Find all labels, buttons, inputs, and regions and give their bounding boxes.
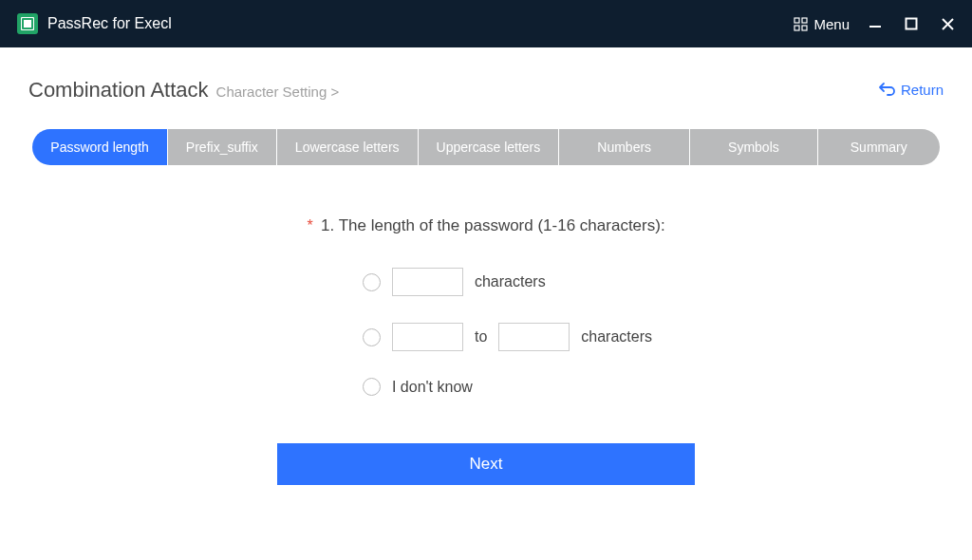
range-from-input[interactable] [392,323,463,351]
option-range-length: to characters [363,323,652,351]
tab-lowercase-letters[interactable]: Lowercase letters [277,129,418,165]
svg-rect-3 [802,26,807,30]
range-to-label: to [475,328,487,345]
svg-rect-0 [794,18,799,23]
tab-summary[interactable]: Summary [818,129,940,165]
radio-range-length[interactable] [363,328,381,346]
option-single-length: characters [363,268,546,296]
required-asterisk: * [307,217,312,233]
close-button[interactable] [941,17,955,31]
maximize-button[interactable] [905,17,918,30]
tabs-container: Password length Prefix_suffix Lowercase … [28,129,944,165]
header-row: Combination Attack Character Setting > R… [28,78,944,103]
menu-label: Menu [813,16,850,32]
return-arrow-icon [878,82,895,97]
titlebar-left: PassRec for Execl [17,13,172,34]
titlebar: PassRec for Execl Menu [0,0,972,47]
question-text: 1. The length of the password (1-16 char… [321,216,665,234]
option-dont-know: I don't know [363,378,473,396]
radio-single-length[interactable] [363,273,381,291]
next-button-container: Next [28,443,944,485]
svg-rect-5 [907,19,917,29]
single-length-input[interactable] [392,268,463,296]
app-title: PassRec for Execl [47,15,172,32]
tab-prefix-suffix[interactable]: Prefix_suffix [168,129,276,165]
minimize-button[interactable] [869,17,882,30]
tab-symbols[interactable]: Symbols [690,129,817,165]
range-chars-label: characters [581,328,652,345]
breadcrumb: Combination Attack Character Setting > [28,78,339,103]
tab-numbers[interactable]: Numbers [559,129,689,165]
content: Combination Attack Character Setting > R… [0,47,972,485]
menu-button[interactable]: Menu [794,16,850,32]
single-chars-label: characters [475,273,546,290]
tabs: Password length Prefix_suffix Lowercase … [32,129,939,165]
dont-know-label: I don't know [392,379,473,396]
titlebar-right: Menu [794,16,955,32]
svg-rect-2 [794,26,799,30]
tab-uppercase-letters[interactable]: Uppercase letters [419,129,559,165]
question: * 1. The length of the password (1-16 ch… [28,216,944,235]
page-subtitle[interactable]: Character Setting > [216,84,340,100]
radio-dont-know[interactable] [363,378,381,396]
return-link[interactable]: Return [878,82,944,98]
return-label: Return [901,82,944,98]
svg-rect-1 [802,18,807,23]
tab-password-length[interactable]: Password length [32,129,167,165]
window-controls [869,17,955,31]
next-button[interactable]: Next [277,443,695,485]
page-title: Combination Attack [28,78,209,103]
app-icon [17,13,38,34]
options: characters to characters I don't know [320,268,652,396]
menu-grid-icon [794,17,808,31]
range-to-input[interactable] [498,323,570,351]
